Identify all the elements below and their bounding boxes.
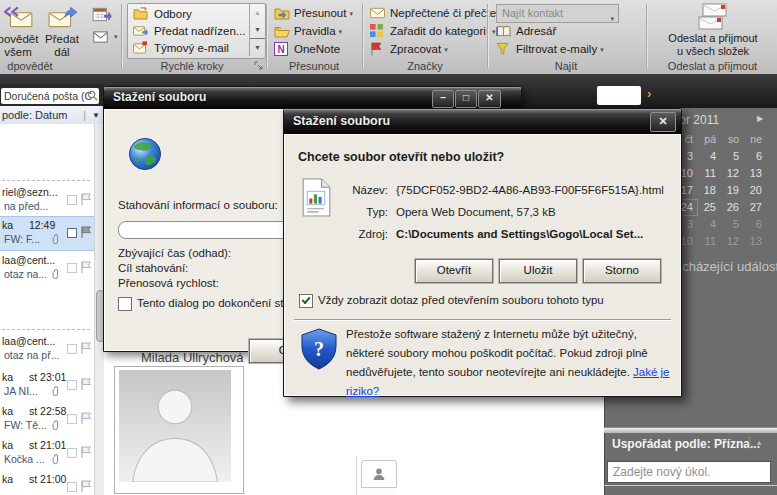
address-book-button[interactable]: Adresář	[496, 22, 556, 40]
new-task-input[interactable]: Zadejte nový úkol.	[607, 461, 771, 483]
minimize-button[interactable]: –	[432, 90, 454, 108]
quick-step-label: Týmový e-mail	[154, 39, 229, 57]
todo-splitter[interactable]	[604, 427, 777, 433]
flag-icon[interactable]	[79, 341, 93, 355]
move-button[interactable]: Přesunout▾	[274, 4, 353, 22]
sort-direction-icon[interactable]: ▼	[92, 107, 100, 125]
calendar-date[interactable]: 4	[698, 148, 721, 165]
flag-icon[interactable]	[79, 479, 93, 493]
cancel-button[interactable]: Storno	[583, 259, 661, 283]
calendar-date[interactable]: 5	[721, 216, 744, 233]
quick-step-predat-nadrizenemu[interactable]: Předat nadřízen...	[128, 22, 246, 40]
category-box[interactable]	[67, 448, 77, 458]
flag-icon[interactable]	[79, 225, 93, 239]
flag-icon[interactable]	[79, 445, 93, 459]
meeting-reply-icon[interactable]	[92, 6, 112, 23]
person-silhouette-icon	[118, 370, 232, 482]
close-when-done-label: Tento dialog po dokončení sta	[137, 297, 290, 309]
mail-sort-bar[interactable]: podle: Datum | ▼	[0, 106, 104, 125]
calendar-date[interactable]: 26	[721, 199, 744, 216]
scroll-up-icon[interactable]: ▲	[250, 4, 265, 21]
calendar-date[interactable]: 12	[721, 165, 744, 182]
move-icon	[274, 6, 290, 20]
flag-icon[interactable]	[79, 260, 93, 274]
calendar-date[interactable]: 11	[698, 233, 721, 250]
dialog-titlebar[interactable]: Stažení souboru ✕	[284, 109, 681, 134]
move-label: Přesunout	[294, 7, 346, 19]
flag-icon[interactable]	[79, 377, 93, 391]
quick-steps-dialog-launcher[interactable]	[254, 61, 264, 71]
dropdown-icon: ▾	[610, 10, 614, 27]
quick-step-tymovy-email[interactable]: Týmový e-mail	[128, 39, 246, 57]
open-button[interactable]: Otevřít	[415, 259, 493, 283]
flag-icon[interactable]	[79, 411, 93, 425]
close-button[interactable]: ✕	[478, 90, 501, 108]
flag-icon[interactable]	[79, 192, 93, 206]
send-receive-group-label: Odeslat a přijmout	[648, 60, 777, 72]
close-button[interactable]: ✕	[650, 112, 676, 132]
mail-list-item[interactable]: laa@cent...otaz na...	[0, 252, 94, 285]
category-box[interactable]	[67, 482, 77, 492]
calendar-date[interactable]: 25	[698, 199, 721, 216]
find-contact-value: Najít kontakt	[502, 7, 563, 19]
mail-sender: ka	[2, 473, 13, 485]
onenote-button[interactable]: OneNote	[274, 40, 340, 58]
calendar-next-icon[interactable]: ▶	[757, 114, 763, 123]
filter-email-button[interactable]: Filtrovat e-maily▾	[496, 40, 604, 58]
category-box[interactable]	[67, 263, 77, 273]
calendar-date[interactable]: 19	[721, 182, 744, 199]
category-box[interactable]	[67, 414, 77, 424]
more-respond-icon[interactable]	[93, 31, 108, 43]
calendar-date[interactable]: 5	[721, 148, 744, 165]
mail-time: st 21:00	[29, 473, 66, 485]
dropdown-icon: ▾	[600, 46, 604, 53]
dialog-titlebar[interactable]: Stažení souboru – □ ✕	[104, 87, 521, 109]
mail-time: 12:49	[29, 219, 55, 231]
mail-list-item[interactable]: riel@sezn...na před...	[0, 184, 94, 217]
mail-list-item[interactable]: ka12:49FW: F...	[0, 216, 94, 251]
rules-button[interactable]: Pravidla▾	[274, 22, 342, 40]
mail-sender: laa@cent...	[2, 335, 55, 347]
mail-search-box[interactable]: Doručená pošta (C	[1, 88, 99, 104]
calendar-date[interactable]: 18	[698, 182, 721, 199]
mail-subject: otaz na př...	[4, 349, 59, 361]
mail-sender: laa@cent...	[2, 254, 55, 266]
quick-step-odbory[interactable]: Odbory	[128, 5, 246, 23]
category-box[interactable]	[67, 344, 77, 354]
follow-up-button[interactable]: Zpracovat▾	[370, 40, 448, 58]
mail-list-item[interactable]: kast 21:00	[0, 471, 94, 495]
save-button[interactable]: Uložit	[499, 259, 577, 283]
mail-list-item[interactable]: kast 21:01Kočka ...	[0, 437, 94, 470]
always-ask-checkbox[interactable]	[299, 294, 313, 308]
calendar-date[interactable]: 20	[744, 182, 767, 199]
close-when-done-checkbox[interactable]	[118, 297, 132, 311]
mail-subject: na před...	[4, 200, 48, 212]
mail-list-item[interactable]: kast 22:58FW: Tě...	[0, 403, 94, 436]
category-box[interactable]	[67, 380, 77, 390]
mail-list-item[interactable]: kast 23:01JA NI...	[0, 369, 94, 402]
categorize-button[interactable]: Zařadit do kategorií▾	[370, 22, 496, 40]
calendar-date[interactable]: 12	[721, 233, 744, 250]
search-box-remnant[interactable]	[597, 86, 641, 105]
category-box[interactable]	[67, 228, 77, 238]
mail-search-text: Doručená pošta (C	[4, 90, 92, 102]
send-receive-all-button[interactable]: Odeslat a přijmout u všech složek	[652, 1, 774, 58]
calendar-date[interactable]: 6	[744, 148, 767, 165]
tab-person[interactable]	[361, 460, 397, 488]
task-sort-direction-icon[interactable]: ▴	[757, 437, 762, 447]
more-quick-steps-icon[interactable]: ▼	[250, 38, 265, 56]
calendar-date[interactable]: 11	[698, 165, 721, 182]
mail-list-item[interactable]: laa@cent...otaz na př...	[0, 333, 94, 366]
scroll-down-icon[interactable]: ▼	[250, 21, 265, 38]
maximize-button[interactable]: □	[455, 90, 477, 108]
category-box[interactable]	[67, 195, 77, 205]
task-sort-header[interactable]: Uspořádat podle: Přízna...	[612, 437, 760, 451]
find-contact-input[interactable]: Najít kontakt ▾	[496, 4, 619, 23]
name-value: {75DCF052-9BD2-4A86-AB93-F00F5F6F515A}.h…	[396, 184, 664, 196]
calendar-date[interactable]: 13	[744, 233, 767, 250]
calendar-date[interactable]: 4	[698, 216, 721, 233]
calendar-date[interactable]: 6	[744, 216, 767, 233]
more-respond-dropdown[interactable]: ▾	[114, 33, 118, 41]
calendar-date[interactable]: 27	[744, 199, 767, 216]
calendar-date[interactable]: 13	[744, 165, 767, 182]
